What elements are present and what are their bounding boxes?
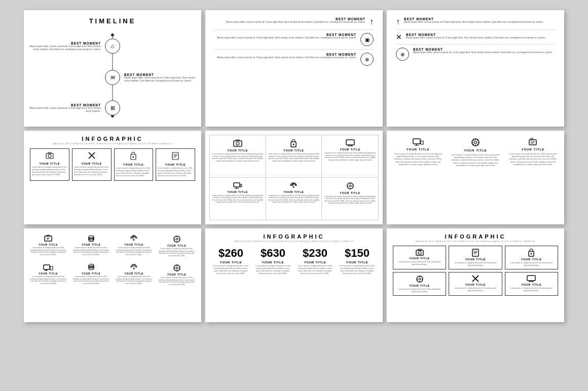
s7-text-6: Lorem ipsum is simply dummy text of the …	[72, 276, 111, 285]
bm3-divider-2	[396, 44, 555, 45]
s5-grid: YOUR TITLE Lorem ipsum is simply dummy t…	[209, 135, 379, 220]
timeline-text-1: Mauris quam dolor, cursus at porta sit. …	[24, 45, 101, 51]
s7-title-8: YOUR TITLE	[167, 273, 187, 276]
slide-infographic-4col: INFOGRAPHIC NAROQUE WITH DATA DOLOR THEN…	[24, 131, 201, 224]
s5-text-6: Lorem ipsum is simply dummy text of the …	[324, 196, 376, 205]
s9-icon-2	[472, 249, 479, 257]
bm2-divider-1	[214, 29, 374, 30]
svg-rect-46	[531, 138, 533, 140]
s9-title-6: YOUR TITLE	[521, 283, 542, 286]
s7-cell-1: YOUR TITLE Lorem ipsum is simply dummy t…	[28, 233, 69, 258]
bm2-text-1: Mauris quam dolor, cursus at porta sit. …	[214, 21, 365, 24]
svg-rect-20	[234, 183, 240, 187]
timeline-text-3: Mauris quam dolor, cursus at porta sit. …	[24, 107, 101, 113]
svg-point-36	[474, 141, 476, 144]
s6-icon-2	[471, 138, 480, 147]
svg-line-41	[473, 140, 474, 141]
s4-text-3: Lorem ipsum is simply dummy text of the …	[116, 167, 152, 177]
s7-text-5: Lorem ipsum is simply dummy text of the …	[29, 276, 67, 285]
s8-subtitle: NAROQUE WITH DATA DOLOR THEN TEMPOR FUCT…	[211, 240, 377, 243]
s9-cell-6: YOUR TITLE Lorem ipsum is simply dummy t…	[505, 272, 558, 296]
svg-point-12	[236, 142, 239, 145]
bm2-icon-3: ⊕	[360, 53, 374, 66]
svg-point-60	[176, 238, 178, 240]
svg-rect-66	[50, 266, 53, 270]
s5-icon-6	[346, 182, 354, 190]
svg-line-44	[473, 144, 474, 145]
s9-text-1: Lorem ipsum is simply dummy text of the …	[395, 261, 444, 265]
s6-title-1: YOUR TITLE	[407, 148, 430, 151]
s5-text-3: Lorem ipsum is simply dummy text of the …	[324, 152, 376, 161]
bm2-text-2: Mauris quam dolor, cursus at porta sit. …	[214, 36, 356, 40]
s9-title-5: YOUR TITLE	[465, 283, 486, 286]
s9-title: INFOGRAPHIC	[393, 233, 558, 240]
svg-point-76	[176, 267, 178, 269]
s9-title-1: YOUR TITLE	[409, 257, 430, 260]
s9-text-3: Lorem ipsum is simply dummy text of the …	[507, 262, 556, 266]
svg-rect-98	[527, 276, 535, 281]
s7-cell-4: YOUR TITLE Lorem ipsum is simply dummy t…	[157, 233, 198, 258]
slide-4x2-grid: YOUR TITLE Lorem ipsum is simply dummy t…	[24, 228, 201, 322]
svg-rect-32	[421, 141, 423, 144]
svg-point-6	[133, 157, 134, 158]
s8-text-4: Lorem ipsum is simply dummy text of the …	[338, 265, 377, 275]
s7-text-8: Lorem ipsum is simply dummy text of the …	[158, 277, 196, 286]
s5-text-4: Lorem ipsum is simply dummy text of the …	[212, 194, 264, 204]
bm3-icon-3: ⊕	[396, 48, 409, 61]
bm2-content-2: BEST MOMENT Mauris quam dolor, cursus at…	[214, 33, 360, 40]
s4-cell-3: YOUR TITLE Lorem ipsum is simply dummy t…	[114, 148, 154, 181]
s9-icon-1	[416, 249, 424, 256]
timeline-heading-1: BEST MOMENT	[24, 42, 101, 45]
bm2-icon-2: ▣	[360, 33, 374, 46]
s4-title-3: YOUR TITLE	[123, 163, 144, 166]
svg-rect-49	[45, 236, 52, 241]
s9-text-5: Lorem ipsum is simply dummy text of the …	[451, 287, 500, 292]
bm3-divider-1	[396, 29, 555, 30]
s7-text-3: Lorem ipsum is simply dummy text of the …	[115, 247, 153, 256]
s4-title-1: YOUR TITLE	[40, 162, 60, 165]
s8-amount-1: $260	[218, 247, 243, 260]
s5-cell-6: YOUR TITLE Lorem ipsum is simply dummy t…	[322, 178, 378, 220]
s8-cell-2: $630 YOUR TITLE Lorem ipsum is simply du…	[253, 247, 292, 275]
s7-icon-6	[87, 264, 95, 271]
s9-title-4: YOUR TITLE	[409, 284, 430, 287]
s5-text-5: Lorem ipsum is simply dummy text of the …	[268, 194, 320, 204]
s6-title-2: YOUR TITLE	[464, 149, 487, 152]
bm3-text-3: Mauris quam dolor, cursus at porta sit. …	[413, 51, 553, 54]
svg-point-89	[531, 253, 532, 255]
bm3-text-2: Mauris quam dolor, cursus at porta sit. …	[406, 36, 545, 40]
s8-item-title-2: YOUR TITLE	[262, 261, 284, 264]
s6-text-1: Lorem ipsum is simply dummy text of the …	[393, 152, 443, 166]
svg-point-26	[349, 185, 351, 187]
s5-title-1: YOUR TITLE	[227, 149, 248, 152]
s5-cell-4: YOUR TITLE Lorem ipsum is simply dummy t…	[210, 178, 266, 220]
svg-rect-16	[346, 140, 354, 145]
s5-cell-1: YOUR TITLE Lorem ipsum is simply dummy t…	[210, 135, 266, 178]
bm2-item-1: BEST MOMENT Mauris quam dolor, cursus at…	[214, 17, 374, 26]
timeline-item-2: ✉ BEST MOMENT Mauris quam dolor, cursus …	[24, 70, 201, 85]
s7-icon-4	[173, 235, 181, 243]
s5-title-5: YOUR TITLE	[283, 190, 304, 193]
s9-icon-5	[472, 275, 479, 282]
s6-cell-2: YOUR TITLE Lorem ipsum is simply dummy t…	[448, 136, 502, 219]
s8-item-title-4: YOUR TITLE	[346, 261, 369, 264]
s4-title: INFOGRAPHIC	[30, 136, 195, 142]
s5-title-3: YOUR TITLE	[340, 148, 360, 151]
timeline-heading-2: BEST MOMENT	[124, 73, 201, 76]
s7-text-2: Lorem ipsum is simply dummy text of the …	[72, 247, 111, 256]
bm3-content-3: BEST MOMENT Mauris quam dolor, cursus at…	[413, 48, 553, 54]
s5-icon-4	[233, 182, 242, 189]
s8-item-title-1: YOUR TITLE	[220, 261, 242, 264]
s7-cell-7: YOUR TITLE Lorem ipsum is simply dummy t…	[114, 262, 155, 287]
s7-cell-2: YOUR TITLE Lorem ipsum is simply dummy t…	[71, 233, 112, 258]
slide-2x3-icon-grid: INFOGRAPHIC NAROQUE WITH DATA DOLOR THEN…	[387, 228, 564, 322]
s5-cell-3: YOUR TITLE Lorem ipsum is simply dummy t…	[322, 135, 378, 178]
s7-text-4: Lorem ipsum is simply dummy text of the …	[158, 248, 196, 257]
slide-bestmoment-3: ↑ BEST MOMENT Mauris quam dolor, cursus …	[387, 10, 564, 127]
s4-title-2: YOUR TITLE	[81, 162, 102, 165]
timeline-item-1: BEST MOMENT Mauris quam dolor, cursus at…	[24, 38, 201, 54]
s7-cell-8: YOUR TITLE Lorem ipsum is simply dummy t…	[157, 262, 198, 287]
row-2: INFOGRAPHIC NAROQUE WITH DATA DOLOR THEN…	[10, 131, 578, 224]
s5-cell-2: YOUR TITLE Lorem ipsum is simply dummy t…	[266, 135, 322, 178]
svg-point-58	[133, 239, 135, 241]
